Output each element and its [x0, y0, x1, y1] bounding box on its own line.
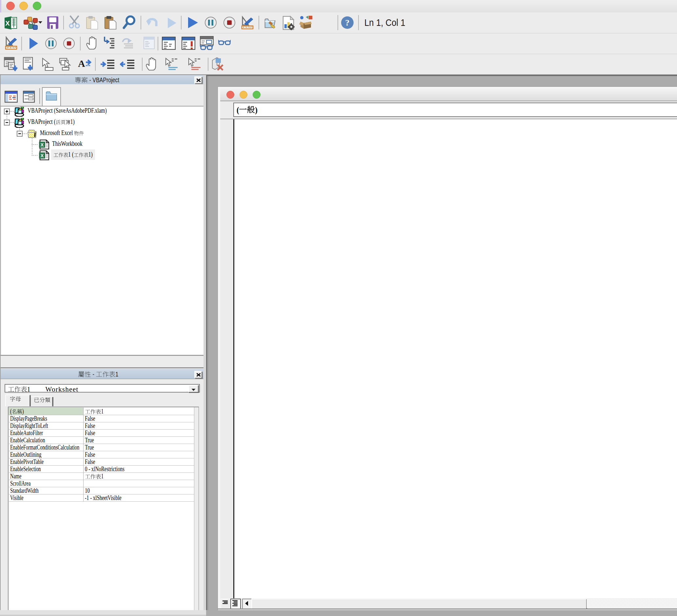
svg-text:A: A — [78, 58, 85, 69]
svg-text:X: X — [41, 142, 44, 147]
svg-text:?: ? — [345, 18, 350, 28]
svg-text:X: X — [41, 153, 44, 158]
svg-text:X: X — [5, 20, 10, 27]
